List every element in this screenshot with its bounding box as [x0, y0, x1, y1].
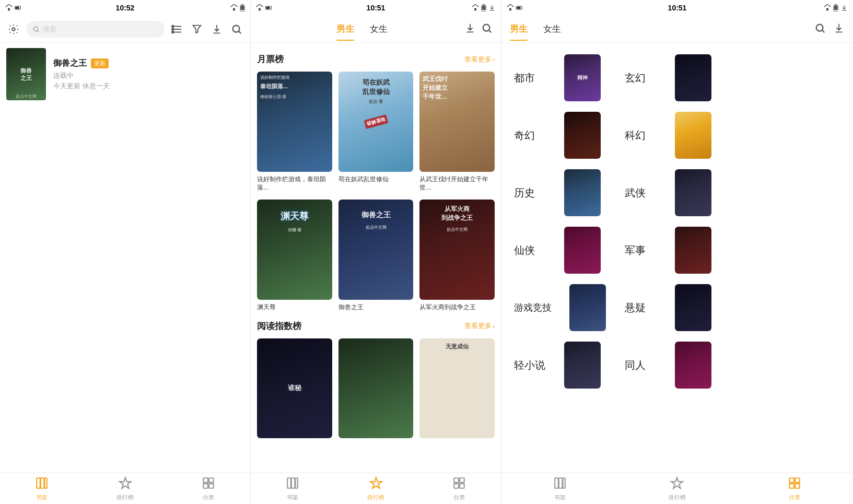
- download-icon-right[interactable]: [833, 22, 845, 36]
- cat-cover-都市[interactable]: 精神: [564, 54, 601, 101]
- reading-book-1[interactable]: 谁秘: [257, 338, 332, 442]
- shelf-book-item[interactable]: 御兽之王 起点中文网 御兽之王 更新 连载中 今天更新 休息一天: [0, 43, 250, 106]
- search-button-left[interactable]: [229, 22, 244, 37]
- rank-icon-right: [670, 476, 684, 492]
- bottom-nav-shelf-right[interactable]: 书架: [501, 476, 618, 501]
- reading-rank-more[interactable]: 查看更多 ›: [464, 321, 495, 331]
- category-icon-left: [202, 476, 215, 492]
- search-bar-left[interactable]: 搜索: [26, 21, 165, 38]
- cat-name-科幻[interactable]: 科幻: [625, 128, 667, 143]
- download-icon-left[interactable]: [209, 22, 224, 37]
- status-bar-left: 10:52: [0, 0, 250, 16]
- cat-name-玄幻[interactable]: 玄幻: [625, 71, 667, 85]
- cat-name-历史[interactable]: 历史: [514, 186, 556, 200]
- cat-cover-奇幻[interactable]: [564, 112, 601, 159]
- book-update: 今天更新 休息一天: [53, 81, 244, 91]
- tab-male-label-middle: 男生: [336, 23, 354, 35]
- book-item-2[interactable]: 苟在妖武 乱世修仙 起点·著 破解基地 苟在妖武乱世修仙: [338, 72, 414, 192]
- rank-label-left: 排行榜: [116, 494, 134, 501]
- bottom-nav-rank-left[interactable]: 排行榜: [84, 476, 167, 501]
- tab-male-middle[interactable]: 男生: [336, 18, 354, 41]
- settings-icon[interactable]: [6, 22, 21, 37]
- shelf-icon-middle: [286, 476, 299, 492]
- svg-rect-38: [460, 478, 464, 483]
- time-right: 10:51: [668, 4, 687, 12]
- cat-name-同人[interactable]: 同人: [625, 358, 667, 372]
- download-icon-middle[interactable]: [464, 22, 476, 36]
- cat-name-仙侠[interactable]: 仙侠: [514, 243, 556, 257]
- left-panel: 10:52 搜索: [0, 0, 251, 504]
- cat-name-奇幻[interactable]: 奇幻: [514, 128, 556, 143]
- svg-rect-20: [44, 478, 46, 488]
- bottom-nav-shelf-middle[interactable]: 书架: [251, 476, 334, 501]
- list-icon[interactable]: [170, 22, 184, 37]
- cat-name-都市[interactable]: 都市: [514, 71, 556, 85]
- cat-cover-历史[interactable]: [564, 169, 601, 216]
- bottom-nav-shelf-left[interactable]: 书架: [0, 476, 84, 501]
- filter-icon[interactable]: [190, 22, 204, 37]
- tab-male-right[interactable]: 男生: [510, 18, 528, 41]
- book-thumb-3: 武王伐纣 开始建立 千年世...: [419, 72, 495, 172]
- book-thumb-6: 从军火商 到战争之王 起点中文网: [419, 200, 495, 300]
- svg-rect-50: [555, 478, 558, 488]
- svg-rect-34: [287, 478, 291, 488]
- bottom-nav-rank-middle[interactable]: 排行榜: [334, 476, 418, 501]
- cat-cover-科幻[interactable]: [675, 112, 711, 159]
- cat-cover-同人[interactable]: [675, 342, 711, 389]
- book-item-5[interactable]: 御兽之王 起点中文网 御兽之王: [338, 200, 414, 311]
- shelf-label-middle: 书架: [287, 494, 298, 501]
- cat-cover-玄幻[interactable]: [675, 54, 711, 101]
- middle-content: 月票榜 查看更多 › 说好制作烂游戏 泰坦陨落... 钢铁骑士团·著: [251, 43, 501, 473]
- tab-female-middle[interactable]: 女生: [370, 18, 388, 41]
- svg-rect-51: [559, 478, 563, 488]
- middle-top-nav: 男生 女生: [251, 16, 501, 43]
- book-name-5: 御兽之王: [338, 303, 414, 312]
- book-item-6[interactable]: 从军火商 到战争之王 起点中文网 从军火商到战争之王: [419, 200, 495, 311]
- tab-female-label-right: 女生: [543, 23, 561, 35]
- category-row-1: 都市 精神 玄幻: [514, 54, 840, 101]
- cat-name-轻小说[interactable]: 轻小说: [514, 358, 556, 372]
- cat-cover-轻小说[interactable]: [564, 342, 601, 389]
- cat-cover-悬疑[interactable]: [675, 284, 711, 331]
- search-icon-middle[interactable]: [481, 22, 493, 36]
- bottom-nav-left: 书架 排行榜 分类: [0, 473, 250, 504]
- svg-rect-35: [291, 478, 295, 488]
- book-item-3[interactable]: 武王伐纣 开始建立 千年世... 从武王伐纣开始建立千年世...: [419, 72, 495, 192]
- cat-name-武侠[interactable]: 武侠: [625, 186, 667, 200]
- cat-name-悬疑[interactable]: 悬疑: [625, 301, 667, 315]
- book-item-1[interactable]: 说好制作烂游戏 泰坦陨落... 钢铁骑士团·著 说好制作烂游戏，泰坦陨落...: [257, 72, 332, 192]
- bottom-nav-rank-right[interactable]: 排行榜: [618, 476, 735, 501]
- reading-book-2[interactable]: [338, 338, 414, 442]
- tab-female-right[interactable]: 女生: [543, 18, 561, 41]
- signal-middle: [256, 4, 272, 11]
- cat-cover-军事[interactable]: [675, 227, 711, 274]
- month-rank-more[interactable]: 查看更多 ›: [464, 55, 495, 64]
- bottom-nav-category-left[interactable]: 分类: [167, 476, 250, 501]
- category-icon-right: [788, 476, 801, 492]
- svg-rect-32: [482, 6, 486, 10]
- bottom-nav-category-middle[interactable]: 分类: [417, 476, 501, 501]
- svg-rect-56: [795, 484, 800, 488]
- svg-rect-21: [203, 478, 208, 483]
- cat-cover-仙侠[interactable]: [564, 227, 601, 274]
- cat-name-游戏竞技[interactable]: 游戏竞技: [514, 301, 561, 314]
- book-item-4[interactable]: 渊天尊 传播·著 渊天尊: [257, 200, 332, 311]
- svg-rect-36: [295, 478, 297, 488]
- cat-cover-游戏竞技[interactable]: [569, 284, 606, 331]
- category-label-right: 分类: [789, 494, 800, 501]
- svg-rect-37: [454, 478, 459, 483]
- reading-thumb-1: 谁秘: [257, 338, 332, 439]
- shelf-content: 御兽之王 起点中文网 御兽之王 更新 连载中 今天更新 休息一天: [0, 43, 250, 473]
- bottom-nav-category-right[interactable]: 分类: [736, 476, 853, 501]
- svg-rect-45: [826, 8, 828, 11]
- reading-book-3[interactable]: 无意成仙: [419, 338, 495, 442]
- cat-name-军事[interactable]: 军事: [625, 243, 667, 257]
- book-name-6: 从军火商到战争之王: [419, 303, 495, 312]
- month-rank-row1: 说好制作烂游戏 泰坦陨落... 钢铁骑士团·著 说好制作烂游戏，泰坦陨落... …: [257, 72, 495, 192]
- shelf-icon-right: [553, 476, 567, 492]
- cat-cover-武侠[interactable]: [675, 169, 711, 216]
- book-thumb-4: 渊天尊 传播·著: [257, 200, 332, 300]
- search-icon-right[interactable]: [814, 22, 826, 36]
- category-row-2: 奇幻 科幻: [514, 112, 840, 159]
- middle-panel: 10:51 男生 女生: [251, 0, 501, 504]
